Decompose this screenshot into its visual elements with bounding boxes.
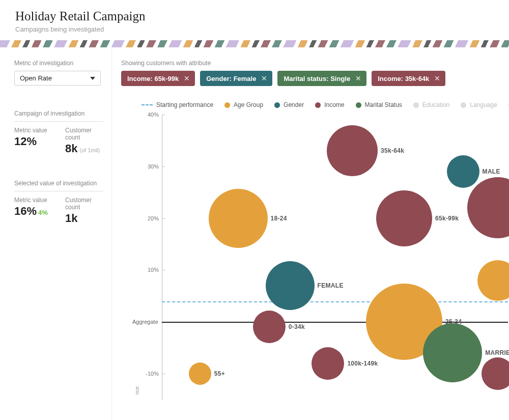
selected-count-value: 1k <box>65 212 103 225</box>
sidebar: Metric of investigation Open Rate Campai… <box>0 47 112 420</box>
page-subtitle: Campaigns being investigated <box>15 25 494 33</box>
bubble-label: 55+ <box>214 370 225 377</box>
metric-select-value: Open Rate <box>20 74 52 82</box>
legend-item-label: Language <box>470 101 497 108</box>
selected-section-label: Selected value of investigation <box>14 180 103 187</box>
legend-item-label: Age Group <box>234 101 263 108</box>
y-tick-label: -10% <box>142 371 159 377</box>
filter-chip-label: Income: 65k-99k <box>127 75 179 82</box>
close-icon[interactable]: ✕ <box>184 74 190 82</box>
page-title: Holiday Retail Campaign <box>15 9 494 23</box>
filter-chip[interactable]: Marital status: Single✕ <box>277 71 366 86</box>
bubble-label: MALE <box>483 168 500 175</box>
legend-dot-icon <box>461 102 466 108</box>
bubble[interactable] <box>209 189 268 248</box>
legend-item[interactable]: Age Group <box>224 101 263 108</box>
chart-legend: Starting performance Age GroupGenderInco… <box>142 101 509 108</box>
bubble[interactable] <box>266 261 315 310</box>
legend-dot-icon <box>315 102 321 108</box>
legend-item[interactable]: Gender <box>274 101 304 108</box>
filter-chip-row: Income: 65k-99k✕Gender: Female✕Marital s… <box>121 71 509 86</box>
bubble[interactable] <box>482 357 509 390</box>
filter-chip-label: Income: 35k-64k <box>378 75 429 82</box>
bubble[interactable] <box>253 311 286 343</box>
bubble-label: 0-34k <box>289 323 305 330</box>
caret-down-icon <box>90 77 95 80</box>
y-tick-label: 10% <box>142 267 159 273</box>
campaign-section-label: Campaign of investigation <box>14 110 103 117</box>
aggregate-label: Aggregate <box>132 319 158 325</box>
content-area: Showing customers with attribute Income:… <box>112 47 509 420</box>
y-tick-label: 40% <box>142 111 159 118</box>
legend-item-label: Gender <box>284 101 304 108</box>
bubble-chart[interactable]: nce 40%30%20%10%-10%Aggregate18-2455+25-… <box>142 115 508 400</box>
bubble[interactable] <box>189 362 211 385</box>
legend-item[interactable]: Language <box>461 101 497 108</box>
bubble[interactable] <box>312 347 344 380</box>
filter-label: Showing customers with attribute <box>121 60 509 67</box>
legend-dot-icon <box>224 102 230 108</box>
y-tick-label: 20% <box>142 215 159 221</box>
bubble-label: 65k-99k <box>435 215 459 222</box>
selected-metric-label: Metric value <box>14 197 50 204</box>
y-axis-label: nce <box>134 386 140 395</box>
metric-select-label: Metric of investigation <box>14 60 103 67</box>
legend-item-label: Income <box>324 101 344 108</box>
legend-item[interactable]: Education <box>413 101 449 108</box>
legend-dot-icon <box>356 102 361 108</box>
filter-chip-label: Gender: Female <box>206 75 256 82</box>
bubble-label: 18-24 <box>271 215 287 222</box>
selected-count-label: Customer count <box>65 197 103 211</box>
filter-chip[interactable]: Income: 65k-99k✕ <box>121 71 195 86</box>
starting-performance-line <box>162 301 508 302</box>
campaign-metric-value: 12% <box>14 135 50 148</box>
legend-starting-performance: Starting performance <box>142 101 213 108</box>
bubble-label: 35k-64k <box>381 147 404 154</box>
selected-metric-delta: 4% <box>38 209 48 216</box>
close-icon[interactable]: ✕ <box>434 74 440 82</box>
bubble-label: 100k-149k <box>347 360 378 367</box>
y-tick-label: 30% <box>142 163 159 170</box>
legend-item[interactable]: Income <box>315 101 344 108</box>
filter-chip-label: Marital status: Single <box>284 75 350 82</box>
decorative-strip <box>0 40 509 47</box>
metric-select[interactable]: Open Rate <box>14 71 101 86</box>
campaign-count-value: 8k(of 1mil) <box>65 142 103 155</box>
legend-item-label: Education <box>422 101 449 108</box>
close-icon[interactable]: ✕ <box>355 74 361 82</box>
campaign-metric-label: Metric value <box>14 127 50 134</box>
legend-item-label: Marital Status <box>365 101 402 108</box>
bubble-label: MARRIED <box>485 349 509 356</box>
legend-dot-icon <box>274 102 280 108</box>
bubble-label: FEMALE <box>318 282 344 289</box>
bubble[interactable] <box>327 125 378 176</box>
dashed-line-icon <box>142 104 153 105</box>
bubble[interactable] <box>376 190 432 246</box>
filter-chip[interactable]: Income: 35k-64k✕ <box>372 71 445 86</box>
selected-metric-value: 16%4% <box>14 205 50 218</box>
bubble[interactable] <box>423 323 482 382</box>
filter-chip[interactable]: Gender: Female✕ <box>200 71 272 86</box>
close-icon[interactable]: ✕ <box>261 74 267 82</box>
campaign-count-label: Customer count <box>65 127 103 141</box>
bubble[interactable] <box>447 155 479 188</box>
legend-item[interactable]: Marital Status <box>356 101 402 108</box>
legend-dot-icon <box>413 102 419 108</box>
